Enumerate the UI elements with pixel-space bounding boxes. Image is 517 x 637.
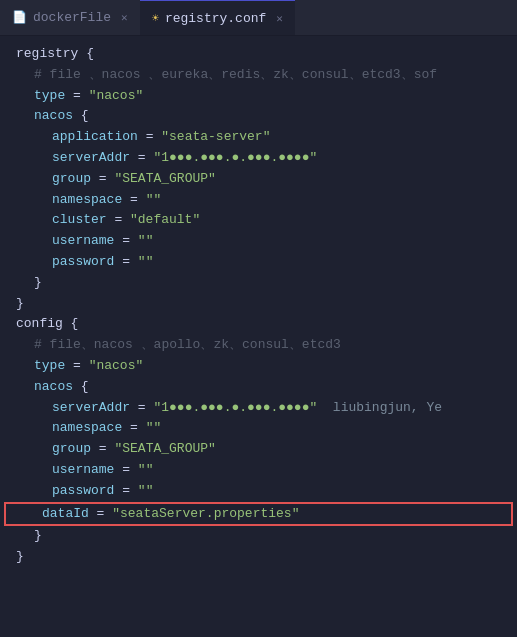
line: group = "SEATA_GROUP"	[0, 439, 517, 460]
line: }	[0, 547, 517, 568]
line: serverAddr = "1●●●.●●●.●.●●●.●●●●"	[0, 148, 517, 169]
tab-close-dockerfile[interactable]: ✕	[121, 11, 128, 24]
line: type = "nacos"	[0, 356, 517, 377]
line: username = ""	[0, 460, 517, 481]
line: application = "seata-server"	[0, 127, 517, 148]
line: }	[0, 526, 517, 547]
line: password = ""	[0, 252, 517, 273]
sun-icon: ☀	[152, 11, 159, 26]
line: namespace = ""	[0, 418, 517, 439]
editor-area: registry {# file 、nacos 、eureka、redis、zk…	[0, 36, 517, 576]
line: registry {	[0, 44, 517, 65]
line: }	[0, 273, 517, 294]
line: config {	[0, 314, 517, 335]
tab-registry-conf[interactable]: ☀ registry.conf ✕	[140, 0, 295, 35]
line: nacos {	[0, 106, 517, 127]
line: serverAddr = "1●●●.●●●.●.●●●.●●●●" liubi…	[0, 398, 517, 419]
file-icon: 📄	[12, 10, 27, 25]
tab-bar: 📄 dockerFile ✕ ☀ registry.conf ✕	[0, 0, 517, 36]
line: username = ""	[0, 231, 517, 252]
line: cluster = "default"	[0, 210, 517, 231]
line: # file、nacos 、apollo、zk、consul、etcd3	[0, 335, 517, 356]
line: group = "SEATA_GROUP"	[0, 169, 517, 190]
line: type = "nacos"	[0, 86, 517, 107]
tab-label-active: registry.conf	[165, 11, 266, 26]
tab-label: dockerFile	[33, 10, 111, 25]
line: namespace = ""	[0, 190, 517, 211]
line: password = ""	[0, 481, 517, 502]
line: dataId = "seataServer.properties"	[4, 502, 513, 527]
tab-close-registry[interactable]: ✕	[276, 12, 283, 25]
line: nacos {	[0, 377, 517, 398]
line: }	[0, 294, 517, 315]
tab-dockerfile[interactable]: 📄 dockerFile ✕	[0, 0, 140, 35]
line: # file 、nacos 、eureka、redis、zk、consul、et…	[0, 65, 517, 86]
